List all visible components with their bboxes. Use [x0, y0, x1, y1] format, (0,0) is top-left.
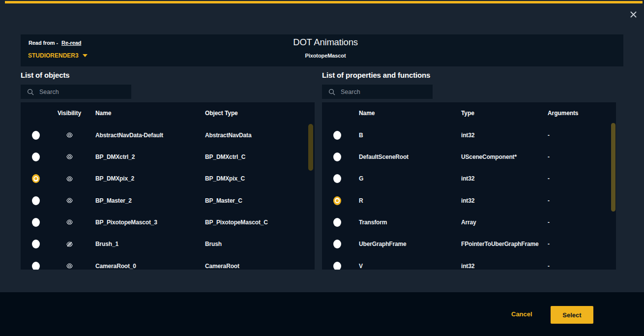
properties-search-input[interactable]: Search [322, 85, 433, 99]
property-row[interactable]: TransformArray- [322, 212, 616, 233]
properties-scrollbar-thumb[interactable] [611, 123, 615, 212]
table-cell: BP_PixotopeMascot_3 [88, 219, 197, 226]
column-header-object-type: Object Type [197, 110, 315, 117]
object-row[interactable]: BP_PixotopeMascot_3BP_PixotopeMascot_C [21, 212, 315, 233]
table-cell: Brush [197, 241, 315, 247]
table-cell: - [548, 219, 616, 226]
table-cell: BP_DMXctrl_C [197, 153, 315, 160]
table-cell: R [352, 197, 461, 204]
radio-unselected[interactable] [21, 262, 51, 270]
table-cell: Transform [352, 219, 461, 226]
table-cell: BP_PixotopeMascot_C [197, 219, 315, 226]
objects-heading: List of objects [21, 71, 69, 79]
eye-icon[interactable] [51, 198, 88, 203]
eye-icon[interactable] [51, 219, 88, 225]
dialog-title: DOT Animations [24, 37, 627, 48]
property-row[interactable]: UberGraphFrameFPointerToUberGraphFrame- [322, 233, 616, 255]
table-cell: int32 [461, 175, 548, 182]
objects-scrollbar-thumb[interactable] [308, 124, 313, 171]
radio-unselected[interactable] [322, 240, 352, 248]
table-cell: - [548, 241, 616, 247]
table-cell: - [548, 132, 616, 139]
eye-icon[interactable] [51, 132, 88, 138]
object-row[interactable]: Brush_1Brush [21, 233, 315, 255]
radio-unselected[interactable] [322, 131, 352, 140]
radio-unselected[interactable] [322, 218, 352, 227]
properties-table: Name Type Arguments Bint32-DefaultSceneR… [322, 102, 616, 270]
radio-selected[interactable] [21, 174, 51, 183]
header-panel: Read from -Re-read STUDIORENDER3 DOT Ani… [21, 34, 623, 66]
property-row[interactable]: Gint32- [322, 168, 616, 189]
column-header-type: Type [461, 110, 548, 117]
eye-icon[interactable] [51, 154, 88, 159]
property-row[interactable]: Rint32- [322, 189, 616, 211]
table-cell: - [548, 263, 616, 270]
table-cell: BP_DMXpix_2 [88, 175, 197, 182]
table-cell: int32 [461, 197, 548, 204]
property-row[interactable]: Vint32- [322, 255, 616, 270]
radio-unselected[interactable] [21, 153, 51, 161]
column-header-arguments: Arguments [548, 110, 616, 117]
search-icon [27, 89, 34, 95]
table-cell: G [352, 175, 461, 182]
object-row[interactable]: BP_DMXpix_2BP_DMXpix_C [21, 168, 315, 189]
object-row[interactable]: CameraRoot_0CameraRoot [21, 255, 315, 270]
table-cell: BP_DMXpix_C [197, 175, 315, 182]
table-cell: AbstractNavData-Default [88, 132, 197, 139]
radio-unselected[interactable] [21, 218, 51, 227]
column-header-name: Name [88, 110, 197, 117]
table-cell: AbstractNavData [197, 132, 315, 139]
footer-bar: Cancel Select [0, 292, 644, 336]
eye-icon[interactable] [51, 263, 88, 269]
objects-search-input[interactable]: Search [21, 85, 131, 99]
object-row[interactable]: BP_DMXctrl_2BP_DMXctrl_C [21, 146, 315, 168]
radio-unselected[interactable] [322, 174, 352, 183]
table-cell: UberGraphFrame [352, 241, 461, 247]
close-icon[interactable] [630, 11, 637, 18]
radio-unselected[interactable] [21, 240, 51, 248]
dialog-top-accent-bar [5, 1, 643, 3]
table-cell: CameraRoot_0 [88, 263, 197, 270]
radio-selected[interactable] [322, 196, 352, 205]
properties-heading: List of properties and functions [322, 71, 430, 79]
table-cell: CameraRoot [197, 263, 315, 270]
table-cell: - [548, 197, 616, 204]
select-button[interactable]: Select [551, 306, 593, 324]
dialog-subtitle: PixotopeMascot [24, 53, 627, 59]
table-cell: - [548, 153, 616, 160]
table-cell: BP_Master_C [197, 197, 315, 204]
radio-unselected[interactable] [322, 153, 352, 161]
table-cell: - [548, 175, 616, 182]
column-header-visibility: Visibility [51, 110, 88, 117]
table-cell: int32 [461, 132, 548, 139]
radio-unselected[interactable] [21, 131, 51, 140]
table-cell: Array [461, 219, 548, 226]
radio-unselected[interactable] [322, 262, 352, 270]
eye-slash-icon[interactable] [51, 242, 88, 247]
property-row[interactable]: Bint32- [322, 124, 616, 146]
column-header-name: Name [352, 110, 461, 117]
table-cell: Brush_1 [88, 241, 197, 247]
table-cell: BP_Master_2 [88, 197, 197, 204]
property-row[interactable]: DefaultSceneRootUSceneComponent*- [322, 146, 616, 168]
table-cell: DefaultSceneRoot [352, 153, 461, 160]
object-row[interactable]: BP_Master_2BP_Master_C [21, 189, 315, 211]
table-cell: BP_DMXctrl_2 [88, 153, 197, 160]
cancel-button[interactable]: Cancel [511, 310, 532, 318]
object-row[interactable]: AbstractNavData-DefaultAbstractNavData [21, 124, 315, 146]
search-icon [328, 89, 335, 95]
table-cell: B [352, 132, 461, 139]
dot-animations-dialog: Read from -Re-read STUDIORENDER3 DOT Ani… [0, 0, 644, 336]
table-cell: USceneComponent* [461, 153, 548, 160]
table-cell: V [352, 263, 461, 270]
radio-unselected[interactable] [21, 196, 51, 205]
objects-table: Visibility Name Object Type AbstractNavD… [21, 102, 315, 270]
eye-icon[interactable] [51, 176, 88, 182]
table-cell: int32 [461, 263, 548, 270]
table-cell: FPointerToUberGraphFrame [461, 241, 548, 247]
